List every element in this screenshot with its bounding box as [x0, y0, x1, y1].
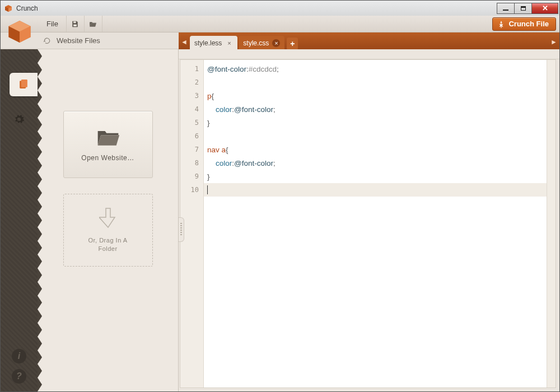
folder-open-icon	[96, 127, 120, 147]
help-button[interactable]: ?	[12, 369, 26, 384]
sidebar-splitter[interactable]	[179, 217, 184, 242]
code-line[interactable]: color:@font-color;	[204, 156, 547, 170]
tab-scroll-left[interactable]: ◄	[180, 35, 189, 49]
editor-scrollbar[interactable]	[547, 60, 556, 388]
tab-scroll-right[interactable]: ►	[549, 35, 558, 49]
menu-file[interactable]: File	[39, 16, 67, 32]
app-icon	[4, 4, 13, 13]
svg-rect-8	[74, 24, 77, 26]
gear-icon	[13, 114, 25, 125]
settings-button[interactable]	[11, 111, 27, 128]
tab-label: style.css	[243, 39, 269, 47]
crunch-file-button[interactable]: Crunch File	[492, 17, 556, 31]
editor-tab-bar: ◄ style.less×style.css× + ►	[179, 32, 559, 49]
code-line[interactable]: }	[204, 116, 547, 129]
app-window: Crunch ✕ File	[0, 0, 560, 392]
code-line[interactable]: @font-color:#cdcdcd;	[204, 62, 547, 76]
open-folder-button[interactable]	[85, 16, 102, 32]
line-number: 2	[180, 76, 203, 89]
line-number: 3	[180, 89, 203, 102]
code-line[interactable]	[204, 129, 547, 143]
window-controls: ✕	[497, 3, 558, 14]
close-button[interactable]: ✕	[531, 3, 558, 14]
minimize-button[interactable]	[497, 3, 515, 14]
svg-rect-7	[74, 21, 77, 23]
drag-folder-label: Or, Drag In A Folder	[88, 236, 127, 254]
header-strip: Website Files ◄ style.less×style.css× + …	[1, 32, 559, 49]
save-button[interactable]	[67, 16, 85, 32]
editor-tab[interactable]: style.css×	[239, 36, 284, 50]
editor-chrome-bar	[179, 49, 559, 59]
files-stack-icon	[17, 78, 30, 91]
line-number: 8	[180, 156, 203, 170]
main-body: i ? Open Website… Or, Drag In	[1, 49, 559, 391]
top-toolbar: File Crunch File	[1, 16, 559, 32]
new-tab-button[interactable]: +	[287, 38, 298, 50]
code-line[interactable]: p{	[204, 89, 547, 102]
app-body: File Crunch File Website Files ◄ s	[0, 16, 560, 392]
window-title: Crunch	[16, 4, 38, 12]
arrow-down-icon	[99, 207, 117, 230]
drag-folder-target[interactable]: Or, Drag In A Folder	[63, 194, 153, 267]
tab-close-icon[interactable]: ×	[272, 39, 280, 47]
line-number: 5	[180, 116, 203, 129]
tab-label: style.less	[194, 39, 222, 47]
line-number: 7	[180, 143, 203, 156]
line-number: 1	[180, 62, 203, 76]
left-rail: i ?	[1, 49, 38, 391]
refresh-icon[interactable]	[43, 37, 51, 45]
line-number: 10	[180, 183, 203, 197]
sidebar-header-label: Website Files	[57, 36, 100, 45]
info-button[interactable]: i	[12, 349, 26, 363]
editor-pane: 12345678910 @font-color:#cdcdcd;p{ color…	[179, 49, 559, 391]
text-cursor	[207, 185, 208, 194]
code-line[interactable]: }	[204, 170, 547, 183]
crunch-icon	[497, 20, 505, 28]
line-number: 9	[180, 170, 203, 183]
svg-rect-10	[21, 80, 27, 87]
sidebar-panel: Open Website… Or, Drag In A Folder	[38, 49, 179, 391]
editor-tab[interactable]: style.less×	[190, 36, 237, 50]
rail-tab-files[interactable]	[10, 73, 38, 96]
code-area[interactable]: @font-color:#cdcdcd;p{ color:@font-color…	[204, 60, 547, 388]
code-line[interactable]	[204, 76, 547, 89]
code-line[interactable]: nav a{	[204, 143, 547, 156]
line-number: 6	[180, 129, 203, 143]
line-number: 4	[180, 102, 203, 116]
maximize-button[interactable]	[514, 3, 532, 14]
window-titlebar[interactable]: Crunch ✕	[0, 0, 560, 16]
crunch-file-label: Crunch File	[508, 20, 549, 28]
open-website-button[interactable]: Open Website…	[63, 111, 153, 178]
tab-close-icon[interactable]: ×	[225, 39, 233, 47]
code-line[interactable]: color:@font-color;	[204, 102, 547, 116]
open-website-label: Open Website…	[81, 154, 134, 162]
app-logo	[2, 17, 39, 48]
code-line[interactable]	[204, 183, 547, 197]
code-editor[interactable]: 12345678910 @font-color:#cdcdcd;p{ color…	[180, 59, 556, 388]
